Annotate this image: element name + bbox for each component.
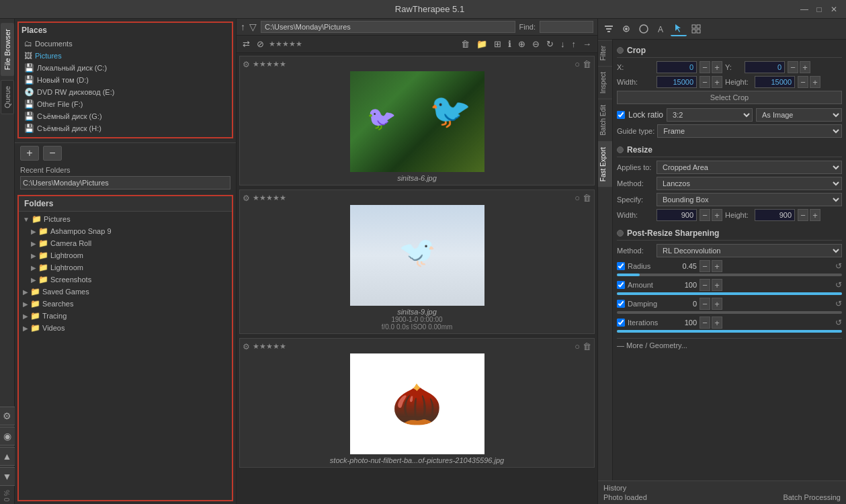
iterations-reset[interactable]: ↺: [835, 318, 842, 327]
pr-method-select[interactable]: RL Deconvolution: [657, 244, 842, 257]
path-input[interactable]: [261, 21, 515, 33]
zoom-out-icon[interactable]: ⊖: [530, 38, 542, 50]
nav-back-icon[interactable]: ↑: [241, 22, 245, 32]
remove-place-button[interactable]: −: [43, 146, 62, 161]
card-checkbox[interactable]: ○: [575, 59, 580, 69]
card-image-bird2[interactable]: [350, 205, 484, 306]
radius-plus[interactable]: +: [712, 260, 722, 272]
card-actions[interactable]: ○ 🗑: [575, 193, 591, 203]
radius-reset[interactable]: ↺: [835, 261, 842, 271]
iterations-minus[interactable]: −: [700, 317, 710, 329]
info-icon[interactable]: ℹ: [506, 38, 513, 50]
tab-file-browser[interactable]: File Browser: [1, 23, 14, 76]
tree-item-tracing[interactable]: ▶ 📁 Tracing: [20, 310, 230, 322]
iterations-checkbox[interactable]: [617, 319, 625, 327]
cursor-tool-icon[interactable]: [671, 22, 687, 36]
camera-tool-icon[interactable]: [618, 22, 634, 36]
window-controls[interactable]: — □ ✕: [799, 5, 839, 14]
resize-h-plus[interactable]: +: [810, 209, 820, 221]
damping-minus[interactable]: −: [700, 298, 710, 310]
resize-w-minus[interactable]: −: [700, 209, 710, 221]
applies-to-select[interactable]: Cropped Area: [657, 161, 842, 174]
crop-x-plus[interactable]: +: [712, 61, 722, 73]
resize-height-input[interactable]: [755, 209, 795, 221]
places-item-d[interactable]: 💾 Новый том (D:): [22, 74, 229, 86]
crop-w-plus[interactable]: +: [712, 76, 722, 88]
specify-select[interactable]: Bounding Box: [657, 193, 842, 206]
radius-minus[interactable]: −: [700, 260, 710, 272]
crop-toggle[interactable]: [617, 47, 624, 54]
tree-item-searches[interactable]: ▶ 📁 Searches: [20, 298, 230, 310]
filter-funnel-icon[interactable]: ⊘: [255, 38, 266, 50]
maximize-button[interactable]: □: [814, 5, 824, 14]
add-place-button[interactable]: +: [20, 146, 39, 161]
method-select[interactable]: Lanczos: [657, 177, 842, 190]
card-actions[interactable]: ○ 🗑: [575, 59, 591, 69]
side-tab-fast-export[interactable]: Fast Export: [598, 141, 612, 187]
places-item-h[interactable]: 💾 Съёмный диск (H:): [22, 122, 229, 134]
tree-item-ashampoo[interactable]: ▶ 📁 Ashampoo Snap 9: [28, 225, 230, 237]
crop-w-minus[interactable]: −: [700, 76, 710, 88]
iterations-plus[interactable]: +: [712, 317, 722, 329]
circle-tool-icon[interactable]: [636, 22, 652, 36]
tree-item-saved-games[interactable]: ▶ 📁 Saved Games: [20, 286, 230, 298]
tree-item-saved-pictures[interactable]: ▶ 📁 Lightroom: [28, 261, 230, 274]
guide-type-select[interactable]: Frame: [657, 124, 842, 138]
upload-icon[interactable]: ↑: [570, 38, 579, 50]
tree-item-lightroom[interactable]: ▶ 📁 Lightroom: [28, 249, 230, 261]
as-image-select[interactable]: As Image: [756, 108, 842, 122]
crop-y-minus[interactable]: −: [788, 61, 798, 73]
card-image-bird1[interactable]: [350, 71, 484, 172]
damping-plus[interactable]: +: [712, 298, 722, 310]
crop-x-input[interactable]: [657, 61, 697, 73]
card-checkbox[interactable]: ○: [575, 341, 580, 351]
places-item-g[interactable]: 💾 Съёмный диск (G:): [22, 110, 229, 122]
tree-item-screenshots[interactable]: ▶ 📁 Screenshots: [28, 274, 230, 286]
grid-tool-icon[interactable]: [688, 22, 704, 36]
sync-icon[interactable]: ⇄: [241, 38, 252, 50]
places-item-e[interactable]: 💿 DVD RW дисковод (E:): [22, 86, 229, 98]
refresh-icon[interactable]: ↻: [544, 38, 556, 50]
text-tool-icon[interactable]: A: [653, 22, 669, 36]
radius-checkbox[interactable]: [617, 262, 625, 270]
tree-item-pictures[interactable]: ▼ 📁 Pictures: [20, 213, 230, 225]
resize-h-minus[interactable]: −: [798, 209, 808, 221]
minimize-button[interactable]: —: [799, 5, 810, 14]
folder-icon[interactable]: 📁: [474, 38, 489, 50]
crop-h-minus[interactable]: −: [798, 76, 808, 88]
recent-folders-dropdown[interactable]: C:\Users\Monday\Pictures: [20, 176, 230, 190]
amount-minus[interactable]: −: [700, 279, 710, 291]
lock-ratio-checkbox[interactable]: [617, 111, 625, 119]
nav-right-icon[interactable]: →: [581, 38, 593, 50]
resize-w-plus[interactable]: +: [712, 209, 722, 221]
post-resize-toggle[interactable]: [617, 230, 624, 237]
filter-icon[interactable]: ▽: [249, 22, 257, 32]
close-button[interactable]: ✕: [829, 5, 839, 14]
amount-plus[interactable]: +: [712, 279, 722, 291]
tree-item-camera-roll[interactable]: ▶ 📁 Camera Roll: [28, 237, 230, 249]
crop-h-plus[interactable]: +: [810, 76, 820, 88]
card-actions[interactable]: ○ 🗑: [575, 341, 591, 351]
side-tab-inspect[interactable]: Inspect: [598, 66, 612, 99]
damping-checkbox[interactable]: [617, 300, 625, 308]
card-delete-icon[interactable]: 🗑: [583, 193, 591, 203]
damping-reset[interactable]: ↺: [835, 299, 842, 308]
resize-toggle[interactable]: [617, 146, 624, 153]
crop-y-input[interactable]: [745, 61, 785, 73]
copy-icon[interactable]: ⊞: [492, 38, 503, 50]
filter-tool-icon[interactable]: [601, 22, 617, 36]
crop-height-input[interactable]: [755, 76, 795, 88]
places-item-f[interactable]: 💾 Other File (F:): [22, 98, 229, 110]
lock-ratio-select[interactable]: 3:2: [667, 108, 753, 122]
places-item-pictures[interactable]: 🖼 Pictures: [22, 50, 229, 62]
amount-reset[interactable]: ↺: [835, 280, 842, 290]
tree-item-videos[interactable]: ▶ 📁 Videos: [20, 322, 230, 334]
zoom-in-icon[interactable]: ⊕: [516, 38, 527, 50]
find-input[interactable]: [540, 21, 593, 33]
places-item-c[interactable]: 💾 Локальный диск (C:): [22, 62, 229, 74]
places-item-documents[interactable]: 🗂 Documents: [22, 38, 229, 50]
card-image-nuts[interactable]: [350, 353, 484, 454]
crop-width-input[interactable]: [657, 76, 697, 88]
card-checkbox[interactable]: ○: [575, 193, 580, 203]
card-delete-icon[interactable]: 🗑: [583, 341, 591, 351]
